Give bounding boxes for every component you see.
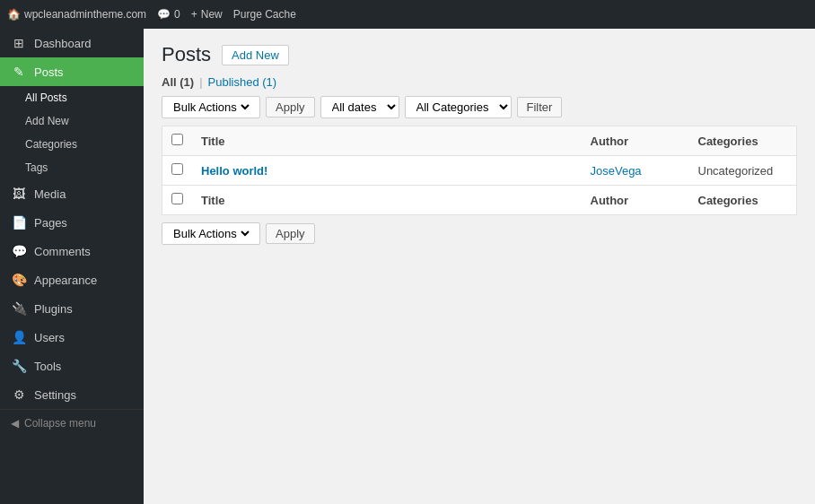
header-title[interactable]: Title	[192, 126, 582, 156]
table-row: Hello world! JoseVega Uncategorized	[162, 156, 797, 186]
sidebar-item-label: Dashboard	[34, 37, 92, 50]
apply-button-top[interactable]: Apply	[266, 97, 315, 117]
bulk-actions-select[interactable]: Bulk Actions	[170, 100, 252, 115]
new-link[interactable]: + New	[191, 8, 223, 21]
sidebar-item-comments[interactable]: 💬 Comments	[0, 237, 144, 265]
tools-icon: 🔧	[11, 359, 27, 373]
layout: ⊞ Dashboard ✎ Posts All Posts Add New Ca…	[0, 29, 815, 504]
dashboard-icon: ⊞	[11, 36, 27, 50]
main-content: Posts Add New All (1) | Published (1) Bu…	[144, 29, 815, 504]
footer-author[interactable]: Author	[582, 186, 689, 215]
sidebar-item-users[interactable]: 👤 Users	[0, 323, 144, 352]
bulk-actions-select-bottom[interactable]: Bulk Actions	[170, 226, 252, 241]
categories-filter-select[interactable]: All Categories	[405, 96, 512, 118]
apply-button-bottom[interactable]: Apply	[266, 223, 315, 244]
sidebar-item-settings[interactable]: ⚙ Settings	[0, 380, 144, 409]
media-icon: 🖼	[11, 187, 27, 201]
comments-link[interactable]: 💬 0	[157, 8, 180, 21]
add-new-label: Add New	[25, 115, 69, 127]
bulk-actions-dropdown-bottom[interactable]: Bulk Actions	[162, 222, 260, 245]
purge-cache-label: Purge Cache	[233, 8, 296, 21]
sidebar-item-plugins[interactable]: 🔌 Plugins	[0, 294, 144, 323]
sidebar-item-posts[interactable]: ✎ Posts	[0, 57, 144, 86]
all-posts-label: All Posts	[25, 91, 67, 104]
sidebar-item-label: Pages	[34, 216, 67, 230]
sidebar-item-label: Users	[34, 331, 65, 344]
header-author[interactable]: Author	[582, 126, 689, 156]
sidebar-item-appearance[interactable]: 🎨 Appearance	[0, 265, 144, 294]
collapse-menu[interactable]: ◀ Collapse menu	[0, 409, 144, 437]
bottom-toolbar: Bulk Actions Apply	[162, 222, 797, 245]
posts-table: Title Author Categories Hello world! Jos…	[162, 126, 797, 215]
sidebar-item-label: Tools	[34, 360, 61, 373]
dates-filter-select[interactable]: All dates	[320, 96, 399, 118]
comment-icon: 💬	[157, 8, 171, 21]
select-all-footer-checkbox[interactable]	[171, 193, 183, 204]
sidebar-sub-categories[interactable]: Categories	[0, 133, 144, 156]
top-toolbar: Bulk Actions Apply All dates All Categor…	[162, 96, 797, 118]
table-footer-row: Title Author Categories	[162, 186, 797, 215]
sidebar-item-label: Settings	[34, 388, 76, 402]
plugins-icon: 🔌	[11, 301, 27, 316]
posts-icon: ✎	[11, 65, 27, 79]
sidebar-item-label: Appearance	[34, 274, 97, 287]
sidebar-item-label: Plugins	[34, 302, 73, 316]
sidebar-item-label: Media	[34, 187, 66, 201]
post-title-link[interactable]: Hello world!	[201, 164, 267, 178]
row-title-cell: Hello world!	[192, 156, 582, 186]
page-title: Posts	[162, 43, 211, 66]
sidebar-item-tools[interactable]: 🔧 Tools	[0, 352, 144, 380]
sidebar-item-pages[interactable]: 📄 Pages	[0, 208, 144, 237]
filter-tabs: All (1) | Published (1)	[162, 75, 797, 89]
row-author-cell: JoseVega	[582, 156, 689, 186]
sidebar-item-media[interactable]: 🖼 Media	[0, 179, 144, 208]
footer-title[interactable]: Title	[192, 186, 582, 215]
header-categories[interactable]: Categories	[689, 126, 797, 156]
home-icon: 🏠	[7, 8, 21, 21]
users-icon: 👤	[11, 330, 27, 344]
sidebar-sub-all-posts[interactable]: All Posts	[0, 86, 144, 109]
appearance-icon: 🎨	[11, 273, 27, 287]
row-checkbox[interactable]	[171, 163, 183, 175]
comments-count: 0	[174, 8, 180, 21]
tags-label: Tags	[25, 161, 48, 174]
row-checkbox-cell	[162, 156, 193, 186]
header-checkbox-cell	[162, 126, 193, 156]
row-categories-cell: Uncategorized	[689, 156, 797, 186]
comments-icon: 💬	[11, 244, 27, 258]
sidebar: ⊞ Dashboard ✎ Posts All Posts Add New Ca…	[0, 29, 144, 504]
admin-bar: 🏠 wpcleanadmintheme.com 💬 0 + New Purge …	[0, 0, 815, 29]
settings-icon: ⚙	[11, 387, 27, 402]
collapse-icon: ◀	[11, 417, 19, 430]
categories-label: Categories	[25, 138, 77, 151]
bulk-actions-dropdown[interactable]: Bulk Actions	[162, 96, 260, 118]
tab-all[interactable]: All (1)	[162, 75, 194, 89]
footer-checkbox-cell	[162, 186, 193, 215]
page-header: Posts Add New	[162, 43, 797, 66]
filter-button[interactable]: Filter	[517, 97, 563, 117]
sidebar-sub-add-new[interactable]: Add New	[0, 109, 144, 133]
plus-icon: +	[191, 8, 197, 21]
sidebar-item-label: Comments	[34, 245, 91, 258]
collapse-label: Collapse menu	[24, 417, 96, 430]
tab-published[interactable]: Published (1)	[208, 75, 277, 89]
sidebar-item-label: Posts	[34, 65, 64, 79]
site-icon[interactable]: 🏠 wpcleanadmintheme.com	[7, 8, 146, 21]
table-header-row: Title Author Categories	[162, 126, 797, 156]
new-label: New	[201, 8, 223, 21]
tab-separator: |	[199, 75, 202, 89]
pages-icon: 📄	[11, 215, 27, 230]
sidebar-sub-tags[interactable]: Tags	[0, 156, 144, 179]
posts-submenu: All Posts Add New Categories Tags	[0, 86, 144, 179]
author-link[interactable]: JoseVega	[591, 164, 642, 178]
sidebar-item-dashboard[interactable]: ⊞ Dashboard	[0, 29, 144, 57]
add-new-button[interactable]: Add New	[222, 45, 289, 65]
select-all-checkbox[interactable]	[171, 134, 183, 145]
footer-categories[interactable]: Categories	[689, 186, 797, 215]
purge-cache-link[interactable]: Purge Cache	[233, 8, 296, 21]
site-name: wpcleanadmintheme.com	[24, 8, 146, 21]
